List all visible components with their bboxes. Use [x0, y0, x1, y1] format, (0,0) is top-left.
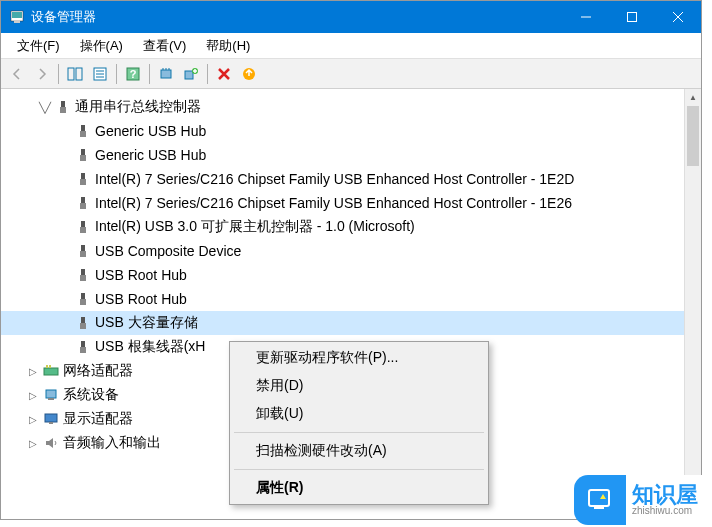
svg-rect-22 — [80, 131, 86, 137]
svg-rect-23 — [81, 149, 85, 155]
context-separator — [234, 432, 484, 433]
svg-rect-36 — [80, 299, 86, 305]
titlebar[interactable]: 设备管理器 — [1, 1, 701, 33]
usb-icon — [75, 123, 91, 139]
menu-help[interactable]: 帮助(H) — [196, 34, 260, 58]
tree-item-usb[interactable]: USB Composite Device — [1, 239, 701, 263]
network-adapter-icon — [43, 363, 59, 379]
expand-icon[interactable]: ▷ — [25, 435, 41, 451]
svg-rect-38 — [80, 323, 86, 329]
svg-rect-40 — [80, 347, 86, 353]
tree-item-usb[interactable]: Generic USB Hub — [1, 119, 701, 143]
uninstall-button[interactable] — [212, 62, 236, 86]
svg-rect-44 — [46, 390, 56, 398]
usb-icon — [75, 171, 91, 187]
app-icon — [9, 9, 25, 25]
menu-view[interactable]: 查看(V) — [133, 34, 196, 58]
tree-item-usb[interactable]: USB Root Hub — [1, 287, 701, 311]
tree-item-usb-selected[interactable]: USB 大容量存储 — [1, 311, 701, 335]
tree-item-usb[interactable]: USB Root Hub — [1, 263, 701, 287]
properties-button[interactable] — [88, 62, 112, 86]
svg-rect-28 — [80, 203, 86, 209]
svg-rect-47 — [49, 422, 53, 424]
svg-rect-42 — [46, 365, 48, 368]
scroll-thumb[interactable] — [687, 106, 699, 166]
svg-rect-16 — [185, 71, 193, 79]
usb-icon — [75, 195, 91, 211]
menu-file[interactable]: 文件(F) — [7, 34, 70, 58]
usb-icon — [75, 267, 91, 283]
context-properties[interactable]: 属性(R) — [232, 474, 486, 502]
usb-icon — [75, 219, 91, 235]
svg-rect-45 — [48, 398, 54, 400]
svg-rect-21 — [81, 125, 85, 131]
context-update-driver[interactable]: 更新驱动程序软件(P)... — [232, 344, 486, 372]
tree-item-usb[interactable]: Intel(R) 7 Series/C216 Chipset Family US… — [1, 167, 701, 191]
svg-rect-37 — [81, 317, 85, 323]
add-legacy-hardware-button[interactable] — [179, 62, 203, 86]
scroll-up-button[interactable]: ▲ — [685, 89, 701, 106]
svg-rect-26 — [80, 179, 86, 185]
svg-rect-31 — [81, 245, 85, 251]
svg-rect-7 — [68, 68, 74, 80]
menubar: 文件(F) 操作(A) 查看(V) 帮助(H) — [1, 33, 701, 59]
svg-rect-1 — [12, 12, 22, 18]
context-scan-hardware[interactable]: 扫描检测硬件改动(A) — [232, 437, 486, 465]
svg-rect-20 — [60, 107, 66, 113]
svg-rect-43 — [49, 365, 51, 368]
watermark-icon — [576, 477, 622, 523]
context-uninstall[interactable]: 卸载(U) — [232, 400, 486, 428]
toolbar: ? — [1, 59, 701, 89]
scan-hardware-button[interactable] — [154, 62, 178, 86]
context-disable[interactable]: 禁用(D) — [232, 372, 486, 400]
watermark-text: 知识屋 zhishiwu.com — [626, 475, 710, 525]
context-separator — [234, 469, 484, 470]
svg-rect-49 — [594, 506, 604, 509]
watermark: 知识屋 zhishiwu.com — [574, 475, 710, 525]
close-button[interactable] — [655, 1, 701, 33]
toolbar-separator — [58, 64, 59, 84]
usb-icon — [75, 315, 91, 331]
tree-item-usb[interactable]: Intel(R) USB 3.0 可扩展主机控制器 - 1.0 (Microso… — [1, 215, 701, 239]
audio-icon — [43, 435, 59, 451]
usb-icon — [75, 291, 91, 307]
system-device-icon — [43, 387, 59, 403]
expand-icon[interactable]: ▷ — [25, 387, 41, 403]
svg-rect-8 — [76, 68, 82, 80]
tree-category-usb[interactable]: ╲╱ 通用串行总线控制器 — [1, 95, 701, 119]
svg-rect-2 — [14, 21, 20, 23]
svg-rect-33 — [81, 269, 85, 275]
window-title: 设备管理器 — [31, 8, 563, 26]
svg-rect-46 — [45, 414, 57, 422]
tree-item-usb[interactable]: Generic USB Hub — [1, 143, 701, 167]
usb-icon — [75, 243, 91, 259]
maximize-button[interactable] — [609, 1, 655, 33]
expand-icon[interactable]: ▷ — [25, 411, 41, 427]
update-driver-button[interactable] — [237, 62, 261, 86]
help-button[interactable]: ? — [121, 62, 145, 86]
window-controls — [563, 1, 701, 33]
display-adapter-icon — [43, 411, 59, 427]
expand-icon[interactable]: ▷ — [25, 363, 41, 379]
svg-rect-24 — [80, 155, 86, 161]
toolbar-separator — [207, 64, 208, 84]
svg-rect-34 — [80, 275, 86, 281]
context-menu: 更新驱动程序软件(P)... 禁用(D) 卸载(U) 扫描检测硬件改动(A) 属… — [229, 341, 489, 505]
svg-rect-19 — [61, 101, 65, 107]
svg-rect-32 — [80, 251, 86, 257]
minimize-button[interactable] — [563, 1, 609, 33]
back-button — [5, 62, 29, 86]
toolbar-separator — [116, 64, 117, 84]
show-hide-tree-button[interactable] — [63, 62, 87, 86]
usb-icon — [75, 339, 91, 355]
svg-rect-15 — [161, 70, 171, 78]
usb-controller-icon — [55, 99, 71, 115]
svg-rect-29 — [81, 221, 85, 227]
svg-text:?: ? — [130, 68, 137, 80]
tree-item-usb[interactable]: Intel(R) 7 Series/C216 Chipset Family US… — [1, 191, 701, 215]
collapse-icon[interactable]: ╲╱ — [37, 99, 53, 115]
menu-action[interactable]: 操作(A) — [70, 34, 133, 58]
vertical-scrollbar[interactable]: ▲ ▼ — [684, 89, 701, 519]
toolbar-separator — [149, 64, 150, 84]
usb-icon — [75, 147, 91, 163]
